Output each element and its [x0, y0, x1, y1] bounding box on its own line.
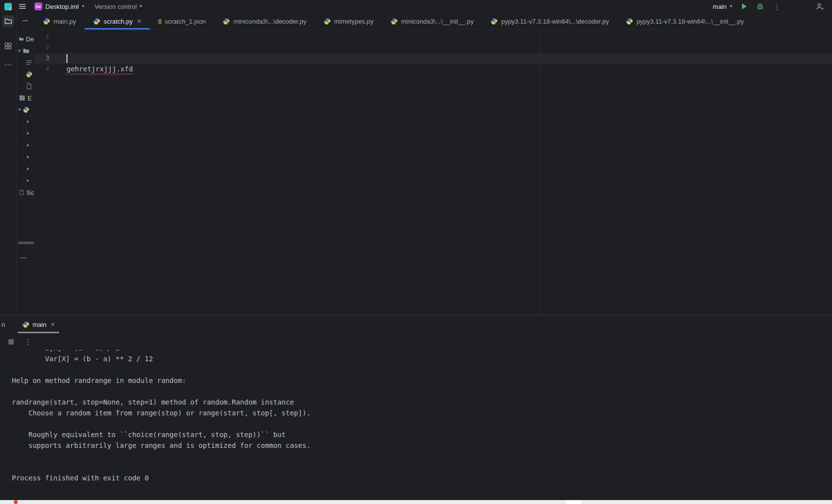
structure-tool-button[interactable]	[4, 42, 12, 50]
project-tree: De E	[17, 33, 34, 198]
title-bar-right: main ⋮	[713, 2, 832, 11]
run-button[interactable]	[742, 3, 747, 9]
chevron-right-icon[interactable]	[27, 179, 29, 182]
tree-row-python-file[interactable]	[17, 68, 34, 80]
tab-miniconda-decoder-py[interactable]: miniconda3\...\decoder.py	[214, 13, 315, 30]
hide-panel-icon[interactable]	[23, 20, 28, 21]
project-name: Desktop.iml	[45, 3, 79, 10]
chevron-right-icon[interactable]	[19, 49, 21, 52]
editor-gutter: 1 2 3 4	[34, 32, 49, 74]
chevron-down-icon[interactable]	[18, 109, 21, 111]
console-line: Var[X] = (b - a) ** 2 / 12	[12, 353, 832, 364]
folder-icon	[23, 47, 30, 54]
tree-row-project-root[interactable]: De	[17, 33, 34, 45]
console-more-icon[interactable]: ⋮	[25, 338, 32, 346]
chevron-right-icon[interactable]	[27, 120, 29, 123]
ide-window: De Desktop.iml Version control main ⋮	[0, 0, 832, 504]
tab-label: scratch_1.json	[165, 18, 206, 25]
tree-row-child[interactable]	[17, 175, 34, 187]
code-with-me-icon[interactable]	[816, 2, 824, 11]
vcs-widget[interactable]: Version control	[95, 3, 142, 10]
console-line	[12, 364, 832, 375]
tree-row-child[interactable]	[17, 116, 34, 127]
run-toolbar: ⋮	[0, 333, 832, 350]
run-tab-label: main	[32, 321, 46, 328]
code-editor[interactable]: 1 2 3 4 gehretjrxjjj.xfd	[34, 30, 832, 315]
editor-tab-bar: main.py scratch.py × {} scratch_1.json m…	[34, 13, 832, 30]
console-line: Choose a random item from range(stop) or…	[12, 408, 832, 418]
debug-button[interactable]	[756, 2, 764, 10]
text-cursor	[66, 54, 67, 63]
tree-row-child[interactable]	[17, 139, 34, 151]
console-line: Process finished with exit code 0	[12, 472, 832, 483]
python-icon	[43, 18, 50, 25]
close-icon[interactable]: ×	[137, 18, 141, 25]
bug-icon	[756, 2, 764, 10]
tree-row-file[interactable]	[17, 80, 34, 92]
os-taskbar-sliver[interactable]	[0, 500, 832, 504]
run-tool-window: n main × ⋮ E[X] = (a + b) / 2 Var[X] = (…	[0, 315, 832, 504]
tab-label: scratch.py	[104, 18, 133, 25]
console-line: Roughly equivalent to ``choice(range(sta…	[12, 429, 832, 440]
close-icon[interactable]: ×	[51, 320, 55, 328]
folder-icon	[4, 17, 12, 25]
play-icon	[742, 3, 747, 9]
tab-label: pypy3.11-v7.3.18-win64\...\__init__.py	[637, 18, 744, 25]
python-icon	[323, 18, 331, 25]
python-icon	[26, 71, 32, 78]
more-tool-windows-icon[interactable]: ⋯	[4, 60, 12, 69]
line-number: 4	[34, 64, 49, 75]
tab-pypy-decoder-py[interactable]: pypy3.11-v7.3.18-win64\...\decoder.py	[482, 13, 617, 30]
app-logo-icon	[4, 3, 12, 10]
run-tab-main[interactable]: main ×	[18, 315, 59, 333]
stop-icon[interactable]	[8, 339, 14, 345]
tab-scratch-py[interactable]: scratch.py ×	[85, 13, 150, 30]
chevron-down-icon	[730, 5, 733, 7]
json-icon: {}	[158, 18, 161, 24]
tab-label: miniconda3\...\decoder.py	[233, 18, 306, 25]
tab-label: mimetypes.py	[334, 18, 374, 25]
tree-row-expanded-node[interactable]	[17, 104, 34, 116]
taskbar-active-app-button[interactable]	[566, 500, 581, 504]
python-icon	[93, 18, 100, 25]
chevron-right-icon[interactable]	[27, 144, 29, 147]
python-icon	[626, 18, 633, 25]
title-bar-left: De Desktop.iml Version control	[0, 2, 142, 10]
tree-row-folder[interactable]	[17, 45, 34, 57]
more-actions-icon[interactable]: ⋮	[773, 3, 781, 10]
tab-mimetypes-py[interactable]: mimetypes.py	[315, 13, 382, 30]
tree-row-file[interactable]	[17, 57, 34, 68]
chevron-right-icon[interactable]	[27, 132, 29, 135]
chevron-right-icon[interactable]	[27, 167, 29, 170]
horizontal-scrollbar-thumb[interactable]	[18, 242, 34, 244]
tab-main-py[interactable]: main.py	[34, 13, 85, 30]
tab-pypy-init-py[interactable]: pypy3.11-v7.3.18-win64\...\__init__.py	[617, 13, 752, 30]
tree-label: Sc	[27, 189, 34, 196]
console-line	[12, 462, 832, 472]
project-tool-button[interactable]	[2, 15, 14, 27]
tree-row-external-libraries[interactable]: E	[17, 92, 34, 104]
tab-label: main.py	[54, 18, 76, 25]
tree-row-child[interactable]	[17, 163, 34, 175]
tree-row-child[interactable]	[17, 127, 34, 139]
editor-code-area[interactable]: gehretjrxjjj.xfd	[66, 32, 832, 74]
python-icon	[23, 106, 30, 113]
run-tab-bar: n main ×	[0, 315, 832, 333]
run-config-name: main	[713, 3, 727, 10]
tree-label: E	[28, 94, 32, 102]
chevron-down-icon	[139, 5, 142, 7]
console-output[interactable]: E[X] = (a + b) / 2 Var[X] = (b - a) ** 2…	[12, 343, 832, 483]
line-number-active: 3	[34, 53, 49, 64]
panel-resize-grip[interactable]	[20, 257, 27, 258]
chevron-right-icon[interactable]	[27, 156, 29, 158]
line-number: 2	[34, 43, 49, 54]
tab-miniconda-init-py[interactable]: miniconda3\...\__init__.py	[382, 13, 482, 30]
run-config-selector[interactable]: main	[713, 3, 733, 10]
scratch-file-icon	[19, 189, 25, 196]
tree-row-scratches[interactable]: Sc	[17, 187, 34, 198]
tree-label: De	[26, 35, 34, 43]
console-line: Help on method randrange in module rando…	[12, 375, 832, 386]
tree-row-child[interactable]	[17, 151, 34, 163]
project-widget[interactable]: De Desktop.iml	[34, 2, 85, 10]
tab-scratch-1-json[interactable]: {} scratch_1.json	[150, 13, 214, 30]
